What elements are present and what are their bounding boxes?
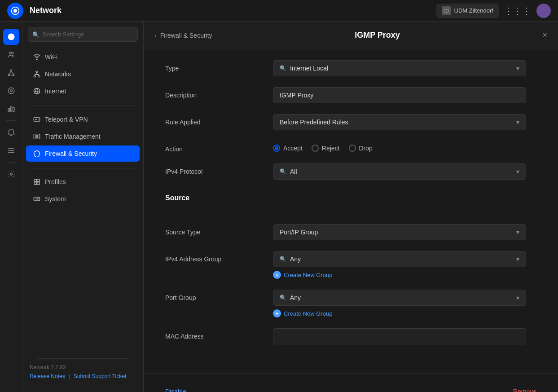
source-type-select[interactable]: Port/IP Group ▾ [273, 224, 526, 240]
create-group-link-2[interactable]: + Create New Group [273, 309, 526, 317]
sidebar-item-firewall[interactable]: Firewall & Security [26, 145, 140, 162]
svg-rect-39 [37, 179, 40, 181]
sidebar-item-networks[interactable]: Networks [26, 66, 140, 82]
sidebar-item-teleport[interactable]: Teleport & VPN [26, 111, 140, 128]
type-row: Type 🔍 Internet Local ▾ [165, 60, 526, 76]
rule-applied-select[interactable]: Before Predefined Rules ▾ [273, 114, 526, 130]
rail-unifi-icon[interactable] [3, 65, 19, 81]
search-input[interactable] [28, 27, 138, 42]
svg-point-1 [13, 9, 17, 12]
ipv4-protocol-select[interactable]: 🔍 All ▾ [273, 163, 526, 180]
mac-address-control [273, 328, 526, 344]
sidebar-item-firewall-label: Firewall & Security [45, 150, 97, 157]
svg-rect-2 [444, 9, 448, 12]
grid-icon[interactable]: ⋮⋮⋮ [504, 5, 531, 16]
port-group-value: Any [290, 294, 301, 301]
topbar-right: UDM Ziltendorf ⋮⋮⋮ [436, 4, 551, 18]
icon-rail [0, 22, 22, 392]
app-title: Network [30, 6, 436, 15]
description-label: Description [165, 87, 273, 99]
sidebar-item-internet[interactable]: Internet [26, 83, 140, 99]
port-group-row: Port Group 🔍 Any ▾ + Create New Group [165, 290, 526, 317]
type-search-icon: 🔍 [280, 65, 286, 71]
sidebar-item-teleport-label: Teleport & VPN [45, 116, 88, 123]
action-control: Accept Reject Drop [273, 141, 526, 152]
action-drop[interactable]: Drop [349, 145, 373, 152]
device-selector[interactable]: UDM Ziltendorf [436, 4, 499, 18]
ipv4-address-group-label: IPv4 Address Group [165, 251, 273, 263]
source-section-divider [165, 213, 526, 213]
remove-button[interactable]: Remove [513, 384, 536, 392]
sidebar-item-traffic[interactable]: Traffic Management [26, 128, 140, 145]
rail-list-icon[interactable] [3, 142, 19, 159]
mac-address-row: MAC Address [165, 328, 526, 344]
action-radio-group: Accept Reject Drop [273, 141, 526, 152]
description-input[interactable] [273, 87, 526, 103]
svg-rect-41 [37, 182, 40, 185]
topbar: Network UDM Ziltendorf ⋮⋮⋮ [0, 0, 558, 22]
mac-address-input[interactable] [273, 328, 526, 344]
port-group-label: Port Group [165, 290, 273, 301]
sidebar-item-system[interactable]: System [26, 191, 140, 207]
svg-point-21 [10, 173, 12, 176]
type-select[interactable]: 🔍 Internet Local ▾ [273, 60, 526, 76]
rail-home-icon[interactable] [3, 29, 19, 45]
form-body: Type 🔍 Internet Local ▾ Description [144, 49, 548, 366]
version-text: Network 7.2.92 [30, 364, 136, 370]
sidebar-divider-3 [37, 358, 129, 359]
reject-label: Reject [322, 145, 340, 152]
release-notes-link[interactable]: Release Notes [30, 373, 65, 379]
rail-alerts-icon[interactable] [3, 124, 19, 141]
accept-radio[interactable] [273, 145, 280, 152]
sidebar-links: Release Notes | Submit Support Ticket [30, 373, 136, 379]
type-chevron-icon: ▾ [516, 65, 519, 72]
breadcrumb-text[interactable]: Firewall & Security [160, 32, 212, 39]
rule-applied-chevron-icon: ▾ [516, 119, 519, 126]
sidebar-item-networks-label: Networks [45, 70, 71, 78]
rail-settings-icon[interactable] [3, 166, 19, 182]
sidebar-item-profiles-label: Profiles [45, 178, 66, 185]
accept-label: Accept [283, 145, 303, 152]
sidebar-item-wifi[interactable]: WiFi [26, 49, 140, 65]
drop-label: Drop [359, 145, 373, 152]
port-group-select[interactable]: 🔍 Any ▾ [273, 290, 526, 306]
svg-rect-17 [13, 108, 14, 111]
ipv4-protocol-value: All [290, 168, 297, 175]
reject-radio[interactable] [312, 145, 319, 152]
user-avatar[interactable] [536, 4, 551, 18]
rail-divider-2 [6, 162, 17, 163]
internet-icon [33, 88, 40, 95]
ipv4-address-group-control: 🔍 Any ▾ + Create New Group [273, 251, 526, 279]
sidebar-item-profiles[interactable]: Profiles [26, 174, 140, 190]
svg-point-7 [10, 70, 12, 71]
type-label: Type [165, 60, 273, 72]
rail-stats-icon[interactable] [3, 101, 19, 117]
action-reject[interactable]: Reject [312, 145, 340, 152]
rail-clients-icon[interactable] [3, 47, 19, 63]
svg-rect-16 [10, 107, 12, 112]
support-ticket-link[interactable]: Submit Support Ticket [74, 373, 126, 379]
source-type-label: Source Type [165, 224, 273, 236]
ipv4-addr-search-icon: 🔍 [280, 256, 286, 262]
action-row: Action Accept Reject Drop [165, 141, 526, 153]
ipv4-address-group-select[interactable]: 🔍 Any ▾ [273, 251, 526, 267]
create-group-icon-1: + [273, 271, 281, 279]
teleport-icon [33, 116, 40, 123]
system-icon [33, 195, 40, 203]
back-arrow-icon[interactable]: ‹ [154, 32, 157, 39]
sidebar-item-internet-label: Internet [45, 88, 66, 95]
svg-point-22 [36, 59, 37, 60]
networks-icon [33, 70, 40, 78]
ipv4-search-icon: 🔍 [280, 168, 286, 175]
breadcrumb: ‹ Firewall & Security [154, 32, 212, 39]
action-accept[interactable]: Accept [273, 145, 303, 152]
drop-radio[interactable] [349, 145, 356, 152]
create-group-link-1[interactable]: + Create New Group [273, 271, 526, 279]
ipv4-protocol-control: 🔍 All ▾ [273, 163, 526, 180]
close-button[interactable]: × [542, 31, 547, 40]
svg-line-11 [11, 71, 13, 75]
svg-point-13 [8, 88, 14, 94]
svg-rect-15 [8, 109, 9, 111]
disable-button[interactable]: Disable [165, 384, 186, 392]
rail-protect-icon[interactable] [3, 83, 19, 99]
